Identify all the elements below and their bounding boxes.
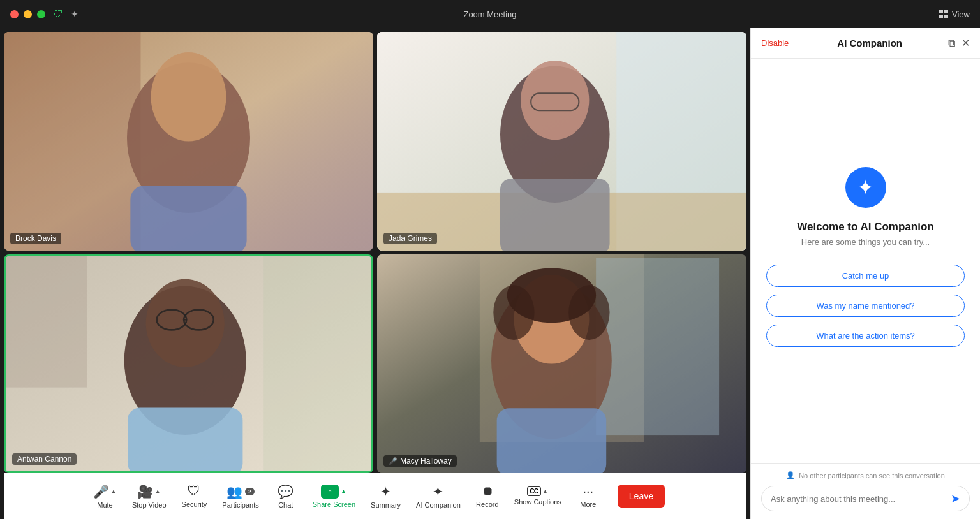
ai-panel-body: ✦ Welcome to AI Companion Here are some … (751, 59, 980, 463)
svg-rect-16 (6, 256, 87, 388)
ai-panel-title: AI Companion (796, 38, 943, 48)
ai-suggestion-action-items[interactable]: What are the action items? (766, 325, 965, 347)
participant-name-antwan: Antwan Cannon (17, 455, 71, 464)
ai-star-icon: ✦ (857, 175, 874, 200)
ai-logo: ✦ (845, 167, 886, 208)
svg-rect-13 (500, 179, 610, 251)
record-icon: ⏺ (481, 484, 494, 499)
svg-rect-17 (263, 256, 371, 471)
share-screen-icon: ↑ (328, 486, 332, 497)
ai-chat-input[interactable] (771, 494, 946, 504)
stop-video-button[interactable]: 🎥 ▲ Stop Video (124, 480, 174, 513)
record-button[interactable]: ⏺ Record (468, 480, 507, 512)
ai-close-icon[interactable]: ✕ (961, 37, 970, 49)
ai-disable-button[interactable]: Disable (761, 38, 789, 48)
svg-point-31 (568, 285, 609, 340)
participants-label: Participants (222, 501, 258, 509)
video-tile-antwan[interactable]: Antwan Cannon (4, 254, 373, 473)
leave-button[interactable]: Leave (618, 485, 665, 508)
view-button[interactable]: View (939, 10, 970, 19)
status-icons: 🛡 ✦ (53, 8, 78, 20)
ai-welcome-sub: Here are some things you can try... (801, 237, 930, 247)
video-chevron-icon: ▲ (154, 488, 161, 495)
sparkle-icon: ✦ (71, 9, 78, 19)
participants-icon: 👥 (226, 484, 242, 499)
camera-icon: 🎥 (137, 484, 153, 499)
meeting-title: Zoom Meeting (463, 10, 516, 19)
chat-label: Chat (278, 501, 293, 509)
traffic-lights (10, 10, 45, 18)
captions-chevron-icon: ▲ (542, 488, 549, 495)
video-grid: Brock Davis (4, 32, 746, 473)
share-screen-label: Share Screen (313, 501, 355, 508)
participant-name-brock: Brock Davis (15, 234, 56, 243)
main-area: Brock Davis (0, 28, 980, 519)
chat-button[interactable]: 💬 Chat (267, 480, 305, 513)
ai-suggestion-catch-up[interactable]: Catch me up (766, 265, 965, 287)
ai-welcome-title: Welcome to AI Companion (797, 221, 933, 233)
close-button[interactable] (10, 10, 19, 18)
ai-send-button[interactable]: ➤ (951, 492, 960, 506)
ai-companion-label: AI Companion (416, 501, 461, 509)
participant-label-jada: Jada Grimes (383, 233, 437, 244)
video-tile-jada[interactable]: Jada Grimes (377, 32, 746, 251)
share-screen-chevron-icon: ▲ (340, 488, 346, 495)
video-grid-container: Brock Davis (0, 28, 750, 519)
mic-icon: 🎤 (93, 484, 109, 499)
video-tile-brock[interactable]: Brock Davis (4, 32, 373, 251)
mute-chevron-icon: ▲ (110, 488, 117, 495)
privacy-icon: 👤 (786, 471, 795, 479)
privacy-text: No other participants can see this conve… (799, 472, 945, 479)
ai-companion-panel: Disable AI Companion ⧉ ✕ ✦ Welcome to AI… (750, 28, 980, 519)
grid-view-icon (939, 10, 948, 18)
svg-rect-5 (130, 186, 246, 251)
show-captions-button[interactable]: CC ▲ Show Captions (507, 483, 569, 509)
svg-rect-26 (596, 258, 719, 435)
ai-input-row: ➤ (761, 486, 970, 511)
more-button[interactable]: ··· More (569, 480, 607, 512)
cc-icon: CC (527, 486, 540, 496)
minimize-button[interactable] (24, 10, 32, 18)
ai-privacy-note: 👤 No other participants can see this con… (761, 471, 970, 479)
ai-companion-icon: ✦ (433, 484, 443, 499)
svg-rect-32 (497, 408, 607, 473)
svg-rect-23 (128, 407, 242, 471)
svg-rect-2 (4, 32, 140, 251)
security-button[interactable]: 🛡 Security (174, 480, 215, 512)
ai-panel-header: Disable AI Companion ⧉ ✕ (751, 28, 980, 59)
security-shield-icon: 🛡 (53, 8, 64, 20)
svg-point-4 (151, 52, 226, 141)
participant-label-antwan: Antwan Cannon (12, 453, 77, 465)
record-label: Record (476, 501, 498, 508)
maximize-button[interactable] (37, 10, 45, 18)
ai-suggestion-name-mentioned[interactable]: Was my name mentioned? (766, 295, 965, 317)
mute-label: Mute (97, 501, 112, 509)
stop-video-label: Stop Video (132, 501, 167, 509)
mute-button[interactable]: 🎤 ▲ Mute (85, 480, 124, 513)
muted-mic-icon: 🎤 (389, 457, 397, 465)
security-icon: 🛡 (188, 484, 200, 499)
ai-external-link-icon[interactable]: ⧉ (948, 38, 955, 49)
participants-count: 2 (245, 488, 255, 495)
share-screen-button[interactable]: ↑ ▲ Share Screen (305, 481, 363, 512)
more-label: More (580, 501, 596, 508)
more-icon: ··· (583, 484, 593, 499)
svg-point-30 (493, 285, 534, 340)
participant-label-brock: Brock Davis (10, 233, 61, 244)
show-captions-label: Show Captions (514, 498, 561, 506)
ai-panel-actions: ⧉ ✕ (948, 37, 970, 49)
summary-button[interactable]: ✦ Summary (363, 480, 408, 513)
share-screen-bg: ↑ (321, 485, 339, 499)
toolbar: 🎤 ▲ Mute 🎥 ▲ Stop Video 🛡 Security (4, 473, 746, 519)
participant-name-jada: Jada Grimes (389, 234, 432, 243)
ai-companion-button[interactable]: ✦ AI Companion (408, 480, 468, 513)
participant-name-macy: Macy Halloway (400, 457, 452, 465)
summary-label: Summary (371, 501, 401, 509)
ai-panel-footer: 👤 No other participants can see this con… (751, 463, 980, 519)
summary-icon: ✦ (380, 484, 391, 499)
video-tile-macy[interactable]: 🎤 Macy Halloway (377, 254, 746, 473)
security-label: Security (182, 501, 207, 508)
participants-button[interactable]: 👥 2 Participants (214, 480, 266, 513)
participant-label-macy: 🎤 Macy Halloway (383, 455, 457, 467)
title-bar: 🛡 ✦ Zoom Meeting View (0, 0, 980, 28)
